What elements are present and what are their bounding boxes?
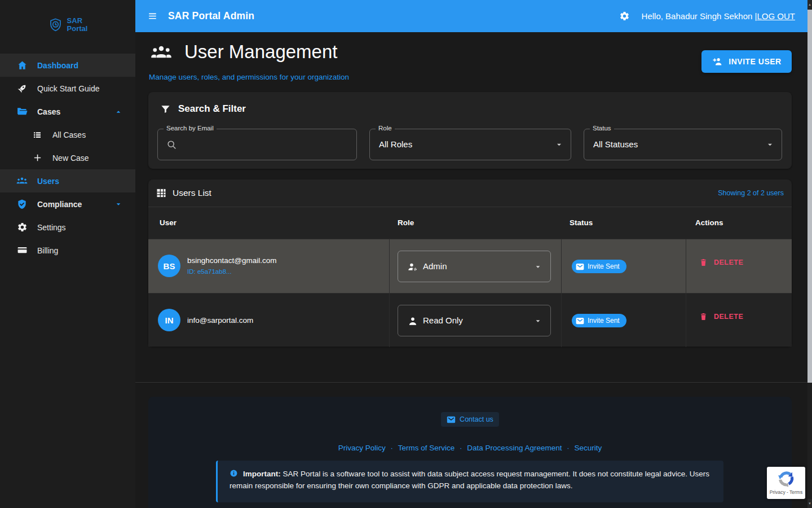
scroll-up-arrow[interactable]: ▲ bbox=[807, 0, 812, 9]
contact-us-link[interactable]: Contact us bbox=[441, 412, 499, 427]
trash-icon bbox=[699, 257, 708, 268]
avatar: IN bbox=[158, 309, 180, 331]
person-icon bbox=[407, 316, 418, 327]
table-header-row: User Role Status Actions bbox=[148, 207, 792, 239]
sidebar-item-new-case[interactable]: New Case bbox=[0, 146, 135, 169]
sidebar-item-all-cases[interactable]: All Cases bbox=[0, 123, 135, 146]
logo-shield-clock-icon bbox=[48, 17, 63, 33]
table-row: BS bsinghcontact@gmail.com ID: e5a71ab8.… bbox=[148, 239, 792, 293]
data-processing-agreement-link[interactable]: Data Processing Agreement bbox=[467, 444, 562, 452]
info-icon bbox=[230, 469, 238, 478]
credit-card-icon bbox=[16, 245, 28, 256]
security-link[interactable]: Security bbox=[574, 444, 602, 452]
chevron-up-icon bbox=[114, 107, 123, 116]
logo-text: SAR Portal bbox=[67, 17, 88, 33]
column-header-role: Role bbox=[398, 218, 414, 227]
sidebar-item-settings[interactable]: Settings bbox=[0, 216, 135, 239]
list-icon bbox=[32, 129, 43, 141]
status-badge: Invite Sent bbox=[572, 314, 626, 327]
trash-icon bbox=[699, 312, 708, 322]
app-logo: SAR Portal bbox=[0, 17, 135, 33]
scrollbar: ▲ ▼ bbox=[807, 0, 812, 508]
logout-link[interactable]: LOG OUT bbox=[757, 11, 795, 21]
search-email-input[interactable] bbox=[183, 130, 349, 159]
role-filter-value: All Roles bbox=[379, 129, 412, 160]
column-header-user: User bbox=[160, 218, 176, 227]
table-icon bbox=[156, 187, 167, 199]
groups-icon bbox=[16, 176, 28, 187]
page-title: User Management bbox=[184, 41, 337, 63]
sidebar: SAR Portal Dashboard Quick Start Guide C… bbox=[0, 0, 135, 508]
sidebar-item-cases[interactable]: Cases bbox=[0, 100, 135, 123]
person-gear-icon bbox=[407, 261, 418, 273]
users-count-summary: Showing 2 of 2 users bbox=[718, 189, 784, 197]
chevron-down-icon bbox=[533, 317, 542, 326]
row-role-select[interactable]: Read Only bbox=[398, 305, 551, 336]
recaptcha-icon bbox=[776, 467, 796, 489]
content-divider bbox=[135, 382, 807, 383]
legal-notice: Important: SAR Portal is a software tool… bbox=[216, 461, 723, 502]
filter-icon bbox=[160, 104, 171, 115]
notice-label: Important: bbox=[243, 470, 281, 478]
chevron-down-icon bbox=[554, 140, 564, 150]
page-subtitle: Manage users, roles, and permissions for… bbox=[149, 73, 349, 81]
sar-portal-admin-app: { "topbar": { "title": "SAR Portal Admin… bbox=[0, 0, 812, 508]
row-role-value: Read Only bbox=[423, 305, 463, 336]
recaptcha-label: Privacy - Terms bbox=[770, 489, 802, 495]
privacy-policy-link[interactable]: Privacy Policy bbox=[338, 444, 386, 452]
delete-user-button[interactable]: DELETE bbox=[699, 312, 743, 322]
chevron-down-icon bbox=[114, 200, 123, 209]
table-row: IN info@sarportal.com Read Only Invite S… bbox=[148, 293, 792, 347]
sidebar-item-users[interactable]: Users bbox=[0, 169, 135, 192]
person-add-icon bbox=[712, 56, 723, 67]
invite-user-button[interactable]: INVITE USER bbox=[701, 50, 792, 73]
status-badge: Invite Sent bbox=[572, 260, 626, 273]
scroll-down-arrow[interactable]: ▼ bbox=[807, 499, 812, 508]
mail-icon bbox=[447, 416, 456, 423]
user-email: info@sarportal.com bbox=[187, 316, 253, 325]
plus-icon bbox=[32, 152, 43, 164]
search-icon bbox=[166, 139, 178, 151]
folder-open-icon bbox=[16, 106, 28, 117]
row-role-select[interactable]: Admin bbox=[398, 251, 551, 282]
filter-card-title: Search & Filter bbox=[178, 103, 246, 115]
sidebar-item-billing[interactable]: Billing bbox=[0, 239, 135, 262]
status-filter-value: All Statuses bbox=[593, 129, 638, 160]
topbar: SAR Portal Admin Hello, Bahadur Singh Se… bbox=[135, 0, 807, 32]
row-role-value: Admin bbox=[423, 251, 447, 282]
groups-icon bbox=[148, 42, 174, 63]
rocket-icon bbox=[16, 83, 28, 94]
delete-user-button[interactable]: DELETE bbox=[699, 257, 743, 268]
main-content: User Management Manage users, roles, and… bbox=[135, 32, 807, 508]
users-list-title: Users List bbox=[173, 188, 211, 198]
status-filter-select[interactable]: Status All Statuses bbox=[584, 129, 782, 160]
user-id: ID: e5a71ab8... bbox=[187, 268, 232, 275]
terms-of-service-link[interactable]: Terms of Service bbox=[398, 444, 455, 452]
column-header-actions: Actions bbox=[695, 218, 723, 227]
hamburger-icon[interactable] bbox=[147, 12, 158, 20]
link-separator: · bbox=[460, 444, 462, 452]
sidebar-item-compliance[interactable]: Compliance bbox=[0, 192, 135, 216]
notice-text: SAR Portal is a software tool to assist … bbox=[230, 470, 709, 490]
scrollbar-thumb[interactable] bbox=[807, 10, 812, 383]
search-filter-card: Search & Filter Search by Email Role All… bbox=[148, 92, 792, 169]
user-greeting: Hello, Bahadur Singh Sekhon |LOG OUT bbox=[642, 11, 795, 21]
link-separator: · bbox=[567, 444, 569, 452]
avatar: BS bbox=[158, 255, 180, 277]
recaptcha-badge[interactable]: Privacy - Terms bbox=[767, 467, 805, 499]
column-header-status: Status bbox=[570, 218, 593, 227]
role-filter-select[interactable]: Role All Roles bbox=[369, 129, 571, 160]
sidebar-item-dashboard[interactable]: Dashboard bbox=[0, 54, 135, 77]
sidebar-nav: Dashboard Quick Start Guide Cases All Ca… bbox=[0, 54, 135, 262]
gear-icon[interactable] bbox=[619, 11, 630, 21]
shield-check-icon bbox=[16, 199, 28, 210]
sidebar-item-quick-start[interactable]: Quick Start Guide bbox=[0, 77, 135, 100]
home-icon bbox=[16, 60, 28, 71]
page-footer: Contact us Privacy Policy · Terms of Ser… bbox=[148, 397, 792, 508]
link-separator: · bbox=[391, 444, 393, 452]
search-email-field: Search by Email bbox=[157, 129, 357, 160]
footer-links: Privacy Policy · Terms of Service · Data… bbox=[148, 444, 792, 452]
users-list-card: Users List Showing 2 of 2 users User Rol… bbox=[148, 179, 792, 347]
app-title: SAR Portal Admin bbox=[168, 10, 254, 22]
chevron-down-icon bbox=[765, 140, 775, 150]
